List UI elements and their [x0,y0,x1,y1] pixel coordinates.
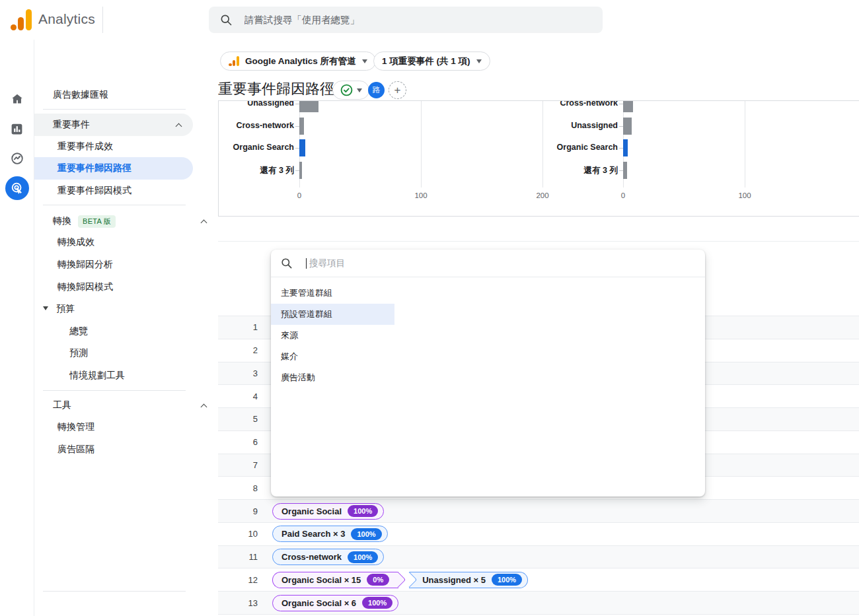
analytics-app: Analytics 廣告數據匯報 重要事件 重要事件成效 [0,0,859,616]
path-chips: Cross-network100% [272,549,384,565]
dimension-option[interactable]: 主要管道群組 [271,283,705,304]
x-axis-tick: 100 [731,191,758,199]
sidebar-item-budget-overview[interactable]: 總覽 [34,320,218,343]
path-chip: Paid Search × 3100% [272,526,388,542]
navigation-rail [0,40,34,616]
sidebar-item-forecast[interactable]: 預測 [34,342,218,364]
divider [218,241,859,242]
sidebar-item-ad-segments[interactable]: 廣告區隔 [34,438,218,461]
table-row: 11Cross-network100% [218,545,859,568]
sidebar-item-budget[interactable]: 預算 [34,298,218,320]
chart-bar [623,118,632,135]
path-chips: Paid Search × 3100% [272,526,388,542]
touchpoints-chart: 0100Cross-networkUnassignedOrganic Searc… [219,101,859,216]
reports-icon[interactable] [9,120,26,137]
analytics-logo-icon [9,9,32,30]
text-caret [306,258,307,269]
row-number: 3 [218,368,258,378]
property-selector-button[interactable]: Google Analytics 所有管道 [220,51,376,71]
channel-label: Paid Search × 3 [281,529,345,539]
sidebar-section-tools[interactable]: 工具 [34,394,218,417]
path-chip: Organic Social × 6100% [272,595,398,611]
row-number: 9 [218,506,258,516]
key-event-selector-button[interactable]: 1 項重要事件 (共 1 項) [373,51,490,71]
global-search-input[interactable] [243,14,592,26]
attribution-charts-card: 0100200UnassignedCross-networkOrganic Se… [218,100,859,217]
dimension-option[interactable]: 廣告活動 [271,367,705,388]
sidebar-item-conversion-models[interactable]: 轉換歸因模式 [34,276,218,298]
path-chip: Unassigned × 5100% [409,572,528,588]
chevron-up-icon [176,123,182,130]
path-badge[interactable]: 路 [368,82,385,98]
home-icon[interactable] [9,90,26,108]
x-axis-tick: 0 [610,191,636,199]
sidebar-item-conversion-performance[interactable]: 轉換成效 [34,231,218,254]
chart-bar [623,100,633,112]
divider [43,591,186,592]
percent-badge: 100% [492,574,522,586]
gridline [745,101,745,188]
sidebar-item-key-event-attribution-paths[interactable]: 重要事件歸因路徑 [34,157,193,180]
beta-badge: BETA 版 [78,215,116,228]
dimension-option[interactable]: 預設管道群組 [271,304,394,325]
row-number: 12 [218,575,258,585]
path-chips: Organic Social × 150%Unassigned × 5100% [272,572,528,588]
path-chips: Organic Social × 6100% [272,595,398,611]
table-row: 10Paid Search × 3100% [218,522,859,545]
table-row: 12Organic Social × 150%Unassigned × 5100… [218,568,859,591]
global-search-bar[interactable] [209,7,603,33]
channel-label: Unassigned × 5 [422,575,486,585]
sidebar-item-ad-report[interactable]: 廣告數據匯報 [34,84,218,106]
report-status-button[interactable] [332,81,369,100]
sidebar-section-conversion[interactable]: 轉換 BETA 版 [34,210,218,232]
percent-badge: 100% [351,528,381,540]
divider [43,205,186,205]
row-number: 2 [218,345,258,355]
search-icon [219,13,233,26]
path-chip: Cross-network100% [272,549,384,565]
table-row: 13Organic Social × 6100% [218,591,859,614]
sidebar-navigation: 廣告數據匯報 重要事件 重要事件成效 重要事件歸因路徑 重要事件歸因模式 轉換 … [34,40,218,616]
row-number: 10 [218,529,258,539]
divider [102,7,103,33]
percent-badge: 100% [362,597,392,609]
page-title[interactable]: 重要事件歸因路徑 [218,79,334,103]
chevron-up-icon [201,404,207,411]
divider [218,614,859,615]
channel-label: Organic Social [281,506,342,516]
dimension-search-bar[interactable] [271,250,705,277]
chart-bar [623,162,627,179]
dimension-option[interactable]: 來源 [271,325,705,346]
chart-category-label: Unassigned [219,121,618,131]
sidebar-item-key-event-performance[interactable]: 重要事件成效 [34,135,218,158]
add-comparison-button[interactable]: + [389,81,406,99]
dimension-option[interactable]: 媒介 [271,346,705,367]
sidebar-item-scenario-planner[interactable]: 情境規劃工具 [34,364,218,387]
row-number: 11 [218,552,258,562]
percent-badge: 0% [367,574,389,586]
sidebar-section-key-events[interactable]: 重要事件 [34,114,193,136]
channel-label: Organic Social × 15 [281,575,361,585]
explore-icon[interactable] [9,150,26,167]
divider [43,109,186,110]
sidebar-item-key-event-attribution-models[interactable]: 重要事件歸因模式 [34,180,218,202]
chart-bar [623,139,628,156]
divider [43,390,186,391]
channel-label: Cross-network [281,552,342,562]
top-header: Analytics [0,0,859,40]
row-number: 8 [218,483,258,493]
channel-label: Organic Social × 6 [281,598,356,608]
sidebar-item-conversion-attribution[interactable]: 轉換歸因分析 [34,254,218,276]
percent-badge: 100% [348,505,378,517]
dimension-search-input[interactable] [308,257,696,269]
caret-down-icon [43,306,48,313]
percent-badge: 100% [348,551,378,563]
sidebar-item-conversion-management[interactable]: 轉換管理 [34,416,218,438]
chart-category-label: Cross-network [219,100,618,109]
advertising-icon-active[interactable] [5,176,29,200]
analytics-logo-icon [229,56,239,66]
path-chips: Organic Social100% [272,503,384,520]
dimension-dropdown: 主要管道群組預設管道群組來源媒介廣告活動 [271,250,705,496]
row-number: 6 [218,437,258,447]
caret-down-icon [476,59,482,66]
